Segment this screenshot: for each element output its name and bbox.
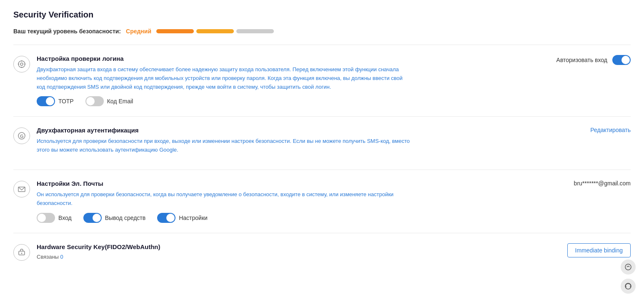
login-verification-section: Настройка проверки логина Двухфакторная …: [13, 45, 631, 117]
email-address-value: bru*******@gmail.com: [574, 180, 631, 187]
hardware-key-title: Hardware Security Key(FIDO2/WebAuthn): [37, 243, 559, 250]
email-settings-toggle[interactable]: [157, 213, 175, 223]
authorize-login-label: Авторизовать вход: [556, 57, 607, 63]
email-code-toggle[interactable]: [85, 96, 104, 106]
security-bars: [156, 29, 274, 33]
svg-point-1: [20, 63, 23, 65]
login-verification-title: Настройка проверки логина: [37, 55, 548, 62]
totp-toggle[interactable]: [37, 96, 55, 106]
two-factor-right: Редактировать: [582, 127, 631, 133]
two-factor-section: G Двухфакторная аутентификация Используе…: [13, 117, 631, 170]
hardware-key-right: Immediate binding: [559, 243, 631, 257]
svg-text:G: G: [20, 134, 24, 139]
login-verification-icon: [13, 56, 30, 72]
two-factor-edit-link[interactable]: Редактировать: [590, 127, 631, 133]
security-bar-1: [156, 29, 194, 33]
login-toggles-row: ТОТР Код Email: [37, 96, 548, 106]
svg-point-0: [18, 61, 25, 67]
two-factor-description: Используется для проверки безопасности п…: [37, 137, 412, 155]
email-login-label: Вход: [58, 215, 72, 221]
email-settings-toggle-item: Настройки: [157, 213, 208, 223]
security-bar-3: [236, 29, 274, 33]
corner-chat-icon[interactable]: [621, 260, 636, 275]
svg-point-10: [21, 252, 23, 254]
email-settings-title: Настройки Эл. Почты: [37, 180, 566, 187]
security-level-label: Ваш текущий уровень безопасности:: [13, 28, 121, 35]
login-verification-right: Авторизовать вход: [548, 55, 631, 65]
hardware-linked: Связаны 0: [37, 254, 559, 260]
email-settings-icon: [13, 181, 30, 197]
security-level-value: Средний: [126, 28, 151, 35]
authorize-login-toggle[interactable]: [612, 55, 631, 65]
corner-support-icon[interactable]: [621, 279, 636, 281]
svg-point-11: [625, 264, 631, 270]
security-level-row: Ваш текущий уровень безопасности: Средни…: [13, 28, 631, 35]
email-settings-section: Настройки Эл. Почты Он используется для …: [13, 170, 631, 233]
email-login-toggle-item: Вход: [37, 213, 72, 223]
email-login-toggle[interactable]: [37, 213, 55, 223]
email-settings-right: bru*******@gmail.com: [566, 180, 631, 187]
login-verification-description: Двухфакторная защита входа в систему обе…: [37, 65, 412, 91]
email-settings-label: Настройки: [179, 215, 208, 221]
two-factor-icon: G: [13, 127, 30, 144]
email-withdrawal-toggle-item: Вывод средств: [83, 213, 146, 223]
hardware-key-icon: [13, 244, 30, 261]
email-toggles-row: Вход Вывод средств: [37, 213, 566, 223]
corner-icons: [621, 260, 636, 281]
email-withdrawal-toggle[interactable]: [83, 213, 102, 223]
security-bar-2: [196, 29, 234, 33]
email-settings-description: Он используется для проверки безопасност…: [37, 190, 412, 208]
totp-toggle-item: ТОТР: [37, 96, 74, 106]
email-code-toggle-item: Код Email: [85, 96, 133, 106]
immediate-binding-button[interactable]: Immediate binding: [567, 243, 631, 257]
hardware-key-section: Hardware Security Key(FIDO2/WebAuthn) Св…: [13, 233, 631, 271]
hardware-linked-count: 0: [60, 254, 63, 260]
two-factor-title: Двухфакторная аутентификация: [37, 127, 582, 134]
page-title: Security Verification: [13, 10, 631, 20]
hardware-linked-label: Связаны: [37, 254, 59, 260]
email-withdrawal-label: Вывод средств: [105, 215, 146, 221]
totp-label: ТОТР: [58, 98, 74, 105]
email-code-label: Код Email: [107, 98, 133, 105]
